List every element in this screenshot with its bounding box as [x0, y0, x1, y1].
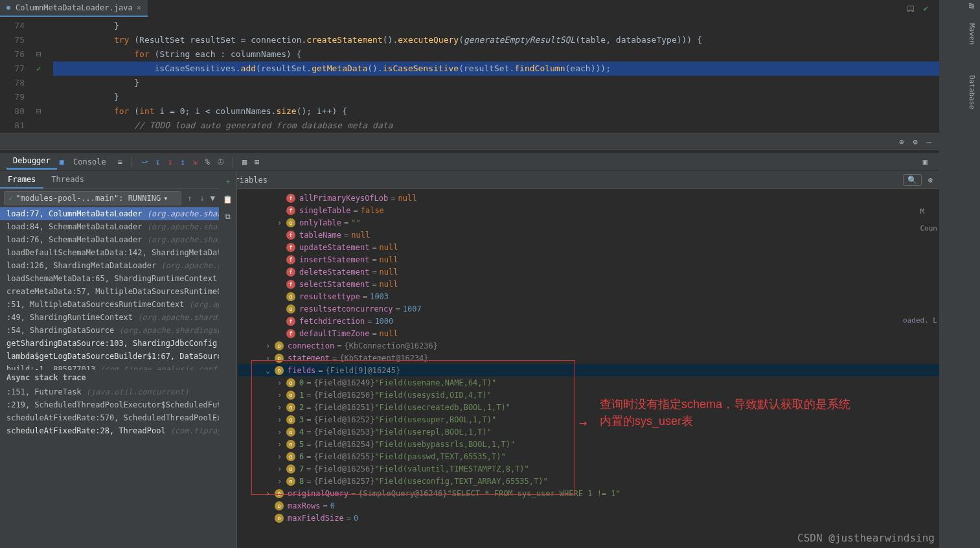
- separator: [233, 157, 233, 167]
- run-to-cursor-icon[interactable]: %: [203, 157, 212, 166]
- add-watch-icon[interactable]: ＋: [224, 176, 232, 187]
- step-into-icon[interactable]: ↧: [153, 157, 163, 166]
- clipboard-icon[interactable]: 📋: [223, 195, 233, 204]
- variable-node[interactable]: ›oonlyTable = "": [238, 216, 939, 229]
- variable-node[interactable]: ›o3 = {Field@16252} "Field(usesuper,BOOL…: [238, 413, 939, 426]
- settings-icon[interactable]: ⚙: [913, 137, 918, 146]
- variable-node[interactable]: ›o0 = {Field@16249} "Field(usename,NAME,…: [238, 376, 939, 389]
- frames-tab[interactable]: Frames: [0, 171, 43, 188]
- step-over-icon[interactable]: ⤻: [139, 157, 150, 166]
- variable-node[interactable]: oresultsetconcurrency = 1007: [238, 303, 939, 315]
- stack-frame[interactable]: :54, ShardingDataSource (org.apache.shar…: [0, 324, 219, 337]
- stack-frame[interactable]: scheduleAtFixedRate:570, ScheduledThread…: [0, 411, 219, 424]
- layout-icon[interactable]: ⊞: [252, 157, 262, 166]
- variable-node[interactable]: ›ostatement = {KbStatement@16234}: [238, 352, 939, 364]
- link-icon[interactable]: ⧉: [225, 212, 231, 221]
- gear-icon[interactable]: ⚙: [928, 176, 933, 185]
- variable-node[interactable]: fselectStatement = null: [238, 278, 939, 290]
- variable-node[interactable]: ›o6 = {Field@16255} "Field(passwd,TEXT,6…: [238, 450, 939, 462]
- variables-header: Variables 🔍 ⚙: [219, 171, 939, 189]
- stack-frame[interactable]: :219, ScheduledThreadPoolExecutor$Schedu…: [0, 398, 219, 411]
- next-frame-icon[interactable]: ↓: [198, 194, 207, 203]
- force-step-into-icon[interactable]: ↧: [165, 157, 175, 166]
- thread-selector-dropdown[interactable]: ✓ "modules-pool-...main": RUNNING ▾: [4, 191, 181, 205]
- variables-panel: Variables 🔍 ⚙ fallPrimaryKeysOfLob = nul…: [219, 171, 939, 548]
- console-tab[interactable]: Console: [67, 155, 113, 169]
- variable-node[interactable]: finsertStatement = null: [238, 253, 939, 266]
- stack-frame[interactable]: loadSchemaMetaData:65, ShardingRuntimeCo…: [0, 272, 219, 285]
- toolwindow-header-bar: ⊕ ⚙ —: [0, 133, 939, 150]
- frame-list[interactable]: load:77, ColumnMetaDataLoader (org.apach…: [0, 207, 219, 370]
- frames-threads-tabs: Frames Threads: [0, 171, 219, 189]
- chevron-down-icon: ▾: [163, 194, 168, 203]
- loaded-text: oaded. L: [903, 316, 937, 325]
- annotation-line2: 内置的sys_user表: [600, 413, 693, 429]
- step-out-icon[interactable]: ↥: [177, 157, 187, 166]
- frames-panel: Frames Threads ✓ "modules-pool-...main":…: [0, 171, 219, 548]
- evaluate-icon[interactable]: ⦹: [215, 157, 226, 166]
- close-icon[interactable]: ×: [137, 3, 141, 12]
- drop-frame-icon[interactable]: ⇲: [190, 157, 200, 166]
- stack-frame[interactable]: load:77, ColumnMetaDataLoader (org.apach…: [0, 207, 219, 220]
- check-icon: ✓: [8, 194, 13, 203]
- status-right: M Coun: [920, 207, 938, 233]
- stack-frame[interactable]: load:84, SchemaMetaDataLoader (org.apach…: [0, 220, 219, 233]
- variable-node[interactable]: fdefaultTimeZone = null: [238, 327, 939, 339]
- file-tab[interactable]: ColumnMetaDataLoader.java ×: [0, 0, 148, 17]
- inspection-ok-icon[interactable]: ✔: [924, 4, 928, 13]
- line-number-gutter: 7475767778798081: [0, 17, 36, 133]
- async-frame-list[interactable]: :151, FutureTask (java.util.concurrent):…: [0, 385, 219, 548]
- stack-frame[interactable]: build:-1, 885977013 (com.tipray.analysis…: [0, 363, 219, 370]
- right-tool-rail: m Maven Database: [939, 0, 980, 548]
- stack-frame[interactable]: getShardingDataSource:103, ShardingJdbcC…: [0, 337, 219, 350]
- threads-icon[interactable]: ≡: [115, 157, 125, 166]
- variable-node[interactable]: omaxFieldSize = 0: [238, 512, 939, 524]
- threads-tab[interactable]: Threads: [43, 171, 92, 188]
- java-file-icon: [6, 6, 10, 10]
- stack-frame[interactable]: lambda$getLogDataSourceBuilder$1:67, Dat…: [0, 350, 219, 363]
- stack-frame[interactable]: loadDefaultSchemaMetaData:142, ShardingM…: [0, 246, 219, 259]
- debugger-tab[interactable]: Debugger: [6, 154, 57, 170]
- stack-frame[interactable]: :151, FutureTask (java.util.concurrent): [0, 385, 219, 398]
- debug-panels: Frames Threads ✓ "modules-pool-...main":…: [0, 171, 939, 548]
- stack-frame[interactable]: scheduleAtFixedRate:28, ThreadPool (com.…: [0, 424, 219, 437]
- variables-tree[interactable]: fallPrimaryKeysOfLob = nullfsingleTable …: [219, 189, 939, 548]
- annotation-line1: 查询时没有指定schema，导致默认获取的是系统: [600, 396, 850, 412]
- code-editor[interactable]: 7475767778798081 ⊟✓⊟ } try (ResultSet re…: [0, 17, 939, 133]
- filter-icon[interactable]: ▼: [211, 194, 215, 203]
- stack-frame[interactable]: load:126, ShardingMetaDataLoader (org.ap…: [0, 259, 219, 272]
- code-content[interactable]: } try (ResultSet resultSet = connection.…: [53, 19, 939, 133]
- target-icon[interactable]: ⊕: [899, 137, 904, 146]
- variable-node[interactable]: ›o4 = {Field@16253} "Field(userepl,BOOL,…: [238, 426, 939, 438]
- calculator-icon[interactable]: ▦: [240, 157, 249, 166]
- variable-node[interactable]: ftableName = null: [238, 229, 939, 241]
- variable-node[interactable]: omaxRows = 0: [238, 499, 939, 512]
- database-tool-button[interactable]: Database: [966, 71, 977, 113]
- variable-node[interactable]: ›oconnection = {KbConnection@16236}: [238, 339, 939, 352]
- variable-node[interactable]: ⌄ofields = {Field[9]@16245}: [238, 364, 939, 376]
- maven-tool-button[interactable]: Maven: [966, 19, 977, 49]
- variable-node[interactable]: oresultsettype = 1003: [238, 290, 939, 303]
- variable-node[interactable]: ›o8 = {Field@16257} "Field(useconfig,TEX…: [238, 475, 939, 487]
- vars-side-toolbar: ＋ 📋 ⧉: [219, 171, 237, 548]
- variable-node[interactable]: ffetchdirection = 1000: [238, 315, 939, 327]
- stack-frame[interactable]: :51, MultipleDataSourcesRuntimeContext (…: [0, 298, 219, 311]
- file-tab-name: ColumnMetaDataLoader.java: [16, 3, 133, 12]
- minimize-icon[interactable]: —: [927, 137, 931, 146]
- variable-node[interactable]: fupdateStatement = null: [238, 241, 939, 253]
- stack-frame[interactable]: load:76, SchemaMetaDataLoader (org.apach…: [0, 233, 219, 246]
- layout-settings-icon[interactable]: ▣: [920, 157, 930, 166]
- variable-node[interactable]: ›ooriginalQuery = {SimpleQuery@16246} "S…: [238, 487, 939, 499]
- search-icon[interactable]: 🔍: [903, 174, 922, 186]
- prev-frame-icon[interactable]: ↑: [185, 194, 194, 203]
- variable-node[interactable]: fallPrimaryKeysOfLob = null: [238, 192, 939, 204]
- variable-node[interactable]: fdeleteStatement = null: [238, 266, 939, 278]
- stack-frame[interactable]: :49, ShardingRuntimeContext (org.apache.…: [0, 311, 219, 324]
- frames-toolbar: ✓ "modules-pool-...main": RUNNING ▾ ↑ ↓ …: [0, 189, 219, 207]
- reader-mode-icon[interactable]: 🕮: [907, 4, 915, 13]
- variable-node[interactable]: ›o5 = {Field@16254} "Field(usebypassrls,…: [238, 438, 939, 450]
- variable-node[interactable]: ›o7 = {Field@16256} "Field(valuntil,TIME…: [238, 462, 939, 475]
- async-stack-header: Async stack trace: [0, 370, 219, 385]
- variable-node[interactable]: fsingleTable = false: [238, 204, 939, 216]
- stack-frame[interactable]: createMetaData:57, MultipleDataSourcesRu…: [0, 285, 219, 298]
